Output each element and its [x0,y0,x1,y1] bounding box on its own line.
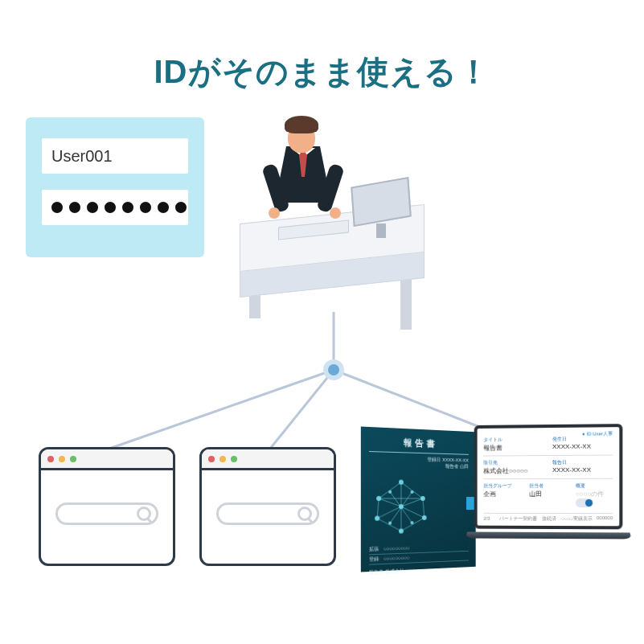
svg-line-1 [109,370,334,449]
search-icon [297,507,312,521]
user-at-desk-illustration [240,105,425,314]
username-field[interactable]: User001 [42,138,188,174]
svg-point-30 [388,521,392,524]
svg-point-27 [399,528,404,533]
svg-point-25 [375,515,379,520]
ai-source-document: 報告書 登録日 XXXX-XX-XX 報告者 山田 [361,427,476,572]
network-graph-icon [369,474,432,540]
field-value[interactable]: XXXX-XX-XX [552,466,613,474]
svg-line-11 [401,518,425,531]
minimize-icon[interactable] [59,456,65,462]
svg-line-6 [379,482,401,498]
password-dots [51,202,187,213]
field-label: 概要 [576,482,613,490]
field-value[interactable]: XXXX-XX-XX [552,442,613,450]
search-icon [137,507,151,521]
field-label: 取引先 [483,459,543,466]
ai-meta-author-label: 報告者 [445,464,458,469]
svg-point-22 [376,495,381,500]
browser-window-1 [39,447,175,566]
svg-point-24 [399,504,404,509]
ai-footer-label: 報告先 [369,569,384,575]
svg-point-5 [328,364,339,375]
svg-point-26 [422,515,427,520]
field-value[interactable]: 報告書 [483,443,543,453]
password-dot [69,202,80,213]
laptop-user-badge: ID:User人事 [582,430,613,437]
maximize-icon[interactable] [70,456,76,462]
password-dot [122,202,133,213]
close-icon[interactable] [47,456,54,462]
field-label: 報告日 [552,459,613,466]
ai-doc-title: 報告書 [369,435,469,455]
ai-meta-author: 山田 [460,464,469,469]
browser-window-2 [199,447,336,566]
svg-point-29 [411,490,414,494]
login-card: User001 [26,117,204,257]
minimize-icon[interactable] [219,456,226,462]
window-controls [202,449,334,470]
svg-line-8 [377,498,379,519]
svg-point-21 [399,479,404,484]
laptop-app: ID:User人事 タイトル 報告書 発生日 XXXX-XX-XX 取引先 株式… [474,424,634,576]
maximize-icon[interactable] [231,456,237,462]
search-input[interactable] [216,502,319,525]
field-label: 担当者 [529,482,566,490]
toggle-switch[interactable] [576,498,593,507]
svg-line-9 [423,498,425,518]
ai-meta-date-label: 登録日 [428,457,441,461]
password-dot [87,202,98,213]
ai-footer-value: 株式会社○○○○ [385,568,416,574]
password-dot [105,202,116,213]
field-label: 担当グループ [483,482,519,490]
field-value[interactable]: ○○○○の件 [576,490,613,507]
close-icon[interactable] [208,456,215,462]
laptop-base [466,532,632,539]
svg-point-28 [388,490,392,493]
svg-line-7 [401,482,423,498]
password-dot [158,202,169,213]
status-text: 2/3 パートナー契約書 接続済 ○○○○実績表示 [483,515,592,523]
status-counter: 000000 [597,515,613,523]
password-dot [140,202,151,213]
window-controls [41,449,173,470]
field-value[interactable]: 企画 [483,490,519,498]
svg-point-23 [420,496,425,501]
svg-line-10 [377,518,401,531]
field-value[interactable]: 株式会社○○○○○ [483,466,543,475]
password-dot [175,202,187,213]
password-field[interactable] [42,190,188,225]
field-value[interactable]: 山田 [529,490,566,498]
ai-meta-date: XXXX-XX-XX [442,457,469,463]
page-title: IDがそのまま使える！ [0,50,644,94]
search-input[interactable] [55,502,158,525]
password-dot [51,202,63,213]
